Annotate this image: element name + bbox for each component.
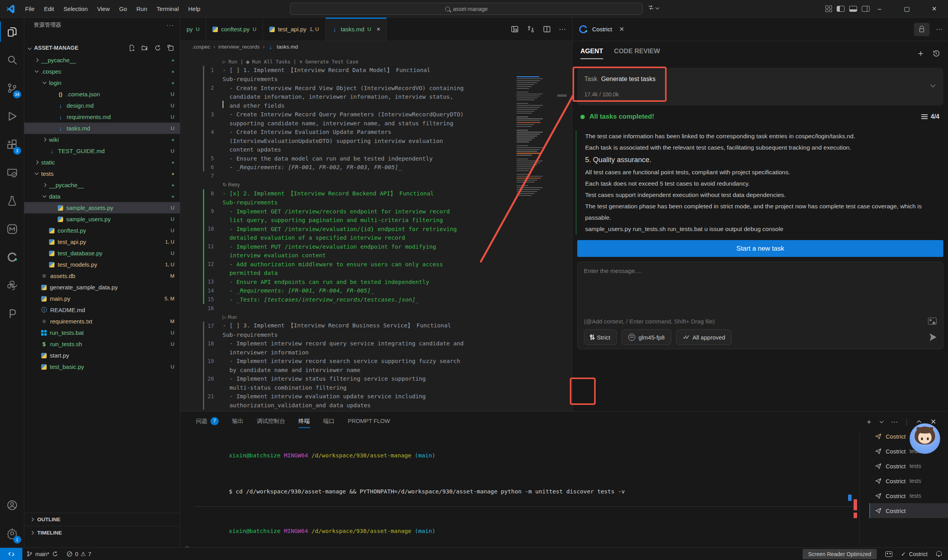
outline-section[interactable]: OUTLINE bbox=[24, 513, 180, 526]
menu-item[interactable]: Selection bbox=[59, 0, 92, 18]
collapse-folders-icon[interactable] bbox=[167, 44, 174, 52]
activity-testing[interactable] bbox=[0, 187, 24, 215]
new-chat-icon[interactable]: ＋ bbox=[916, 47, 925, 59]
activity-search[interactable] bbox=[0, 46, 24, 74]
split-editor-icon[interactable] bbox=[543, 25, 551, 33]
activity-python[interactable] bbox=[0, 271, 24, 300]
activity-source-control[interactable]: 34 bbox=[0, 74, 24, 102]
tree-item[interactable]: requirements.txt M bbox=[24, 316, 180, 327]
terminal-list-item[interactable]: Costrict tests bbox=[869, 473, 948, 488]
tree-item[interactable]: assets.db M bbox=[24, 270, 180, 282]
costrict-panel-tab[interactable]: Costrict bbox=[592, 26, 612, 33]
tree-item[interactable]: requirements.md U bbox=[24, 111, 180, 123]
settings-gear-icon[interactable]: 1 bbox=[0, 519, 24, 547]
tree-item[interactable]: main.py 5, M bbox=[24, 293, 180, 304]
tree-item[interactable]: sample_users.py U bbox=[24, 213, 180, 225]
tree-item[interactable]: generate_sample_data.py bbox=[24, 282, 180, 293]
tree-item[interactable]: data ● bbox=[24, 191, 180, 202]
refresh-explorer-icon[interactable] bbox=[154, 44, 161, 52]
breadcrumb[interactable]: .cospec› interview_records› tasks.md bbox=[180, 41, 572, 52]
lock-button[interactable] bbox=[914, 23, 930, 36]
approval-mode-button[interactable]: ✓✓ All approved bbox=[676, 329, 732, 345]
terminal-list-item[interactable]: Costrict tests bbox=[869, 488, 948, 503]
tree-item[interactable]: test_database.py U bbox=[24, 247, 180, 259]
terminal-dropdown-icon[interactable] bbox=[880, 419, 884, 423]
accounts-icon[interactable] bbox=[0, 491, 24, 519]
tree-item[interactable]: .cospec ● bbox=[24, 66, 180, 77]
minimap[interactable] bbox=[517, 76, 546, 190]
open-changes-icon[interactable] bbox=[527, 25, 535, 33]
minimize-button[interactable]: – bbox=[866, 0, 893, 18]
terminal-more-icon[interactable]: ··· bbox=[891, 418, 898, 426]
tree-item[interactable]: tasks.md U bbox=[24, 123, 180, 134]
editor-tab[interactable]: conftest.py U bbox=[206, 18, 263, 41]
strict-mode-button[interactable]: Strict bbox=[584, 329, 617, 345]
task-count[interactable]: 4/4 bbox=[921, 113, 939, 120]
panel-tab[interactable]: 输出 bbox=[232, 412, 243, 430]
panel-tab[interactable]: 端口 bbox=[323, 412, 335, 430]
maximize-button[interactable]: ▢ bbox=[893, 0, 921, 18]
panel-tab[interactable]: 问题 7 bbox=[196, 412, 219, 430]
tab-agent[interactable]: AGENT bbox=[580, 47, 603, 59]
tree-item[interactable]: __pycache__ ● bbox=[24, 54, 180, 66]
terminal-list-item[interactable]: Costrict bbox=[869, 503, 948, 518]
task-card[interactable]: TaskGenerate test tasks 17.4k / 100.0k bbox=[577, 68, 943, 105]
command-center-search[interactable]: asset-manage bbox=[290, 3, 643, 15]
timeline-section[interactable]: TIMELINE bbox=[24, 526, 180, 539]
feedback-robot-icon[interactable] bbox=[885, 551, 892, 557]
code-editor[interactable]: ▷ Run | ◉ Run All Tasks | ⚗ Generate Tes… bbox=[180, 52, 572, 411]
new-folder-icon[interactable] bbox=[141, 44, 149, 52]
costrict-close-icon[interactable]: ✕ bbox=[619, 25, 624, 33]
editor-tab[interactable]: test_api.py 1, U bbox=[263, 18, 325, 41]
tree-item[interactable]: TEST_GUIDE.md U bbox=[24, 145, 180, 157]
customize-layout-icon[interactable] bbox=[825, 5, 832, 12]
remote-indicator[interactable] bbox=[0, 548, 22, 560]
tree-item[interactable]: login ● bbox=[24, 77, 180, 89]
close-button[interactable]: ✕ bbox=[921, 0, 948, 18]
menu-item[interactable]: View bbox=[92, 0, 114, 18]
message-input[interactable]: Enter the message.... (@Add context, / E… bbox=[577, 262, 943, 349]
workspace-section-title[interactable]: ASSET-MANAGE bbox=[34, 45, 78, 51]
history-icon[interactable] bbox=[932, 49, 940, 58]
tree-item[interactable]: .cometa.json U bbox=[24, 89, 180, 100]
toggle-sidebar-icon[interactable] bbox=[837, 6, 845, 12]
panel-more-icon[interactable]: ··· bbox=[936, 25, 943, 33]
activity-run-debug[interactable] bbox=[0, 102, 24, 130]
tree-item[interactable]: run_tests.bat U bbox=[24, 327, 180, 338]
tree-item[interactable]: README.md bbox=[24, 304, 180, 316]
tree-item[interactable]: design.md U bbox=[24, 100, 180, 111]
branch-status[interactable]: main* bbox=[22, 548, 62, 560]
tree-item[interactable]: static ● bbox=[24, 157, 180, 168]
terminal-list-item[interactable]: Costrict tests bbox=[869, 459, 948, 473]
notifications-bell-icon[interactable] bbox=[936, 551, 942, 556]
menu-item[interactable]: Go bbox=[114, 0, 132, 18]
tab-code-review[interactable]: CODE REVIEW bbox=[614, 47, 660, 58]
tree-item[interactable]: tests ● bbox=[24, 168, 180, 179]
editor-tab[interactable]: py U bbox=[180, 18, 206, 41]
activity-prompt-flow[interactable] bbox=[0, 300, 24, 328]
terminal-output[interactable]: xixin@batchsize MINGW64 /d/workspace/930… bbox=[180, 430, 858, 560]
tree-item[interactable]: test_models.py 1, U bbox=[24, 259, 180, 270]
activity-costrict[interactable] bbox=[0, 243, 24, 271]
send-icon[interactable] bbox=[930, 333, 937, 341]
editor-tab[interactable]: tasks.md U × bbox=[326, 18, 387, 41]
start-new-task-button[interactable]: Start a new task bbox=[577, 240, 943, 257]
costrict-status[interactable]: ✓Costrict bbox=[901, 548, 928, 560]
tab-close-icon[interactable]: × bbox=[377, 26, 380, 33]
menu-item[interactable]: Edit bbox=[39, 0, 59, 18]
tree-item[interactable]: run_tests.sh U bbox=[24, 338, 180, 350]
tree-item[interactable]: __pycache__ ● bbox=[24, 179, 180, 191]
editor-more-actions-icon[interactable]: ··· bbox=[559, 25, 566, 33]
panel-tab[interactable]: 调试控制台 bbox=[257, 412, 285, 430]
tree-item[interactable]: test_api.py 1, U bbox=[24, 236, 180, 247]
activity-explorer[interactable] bbox=[0, 18, 24, 46]
launch-profile-icon[interactable] bbox=[647, 4, 659, 11]
new-file-icon[interactable] bbox=[128, 44, 136, 52]
new-terminal-icon[interactable]: ＋ bbox=[865, 417, 872, 426]
activity-extensions[interactable]: 3 bbox=[0, 130, 24, 159]
tree-item[interactable]: sample_assets.py U bbox=[24, 202, 180, 213]
problems-status[interactable]: 0 ⚠ 7 bbox=[62, 548, 95, 560]
codelens-run-bar[interactable]: ▷ Run | ◉ Run All Tasks | ⚗ Generate Tes… bbox=[180, 57, 572, 66]
menu-item[interactable]: Run bbox=[132, 0, 152, 18]
model-selector-button[interactable]: glm45-fp8 bbox=[622, 329, 671, 345]
